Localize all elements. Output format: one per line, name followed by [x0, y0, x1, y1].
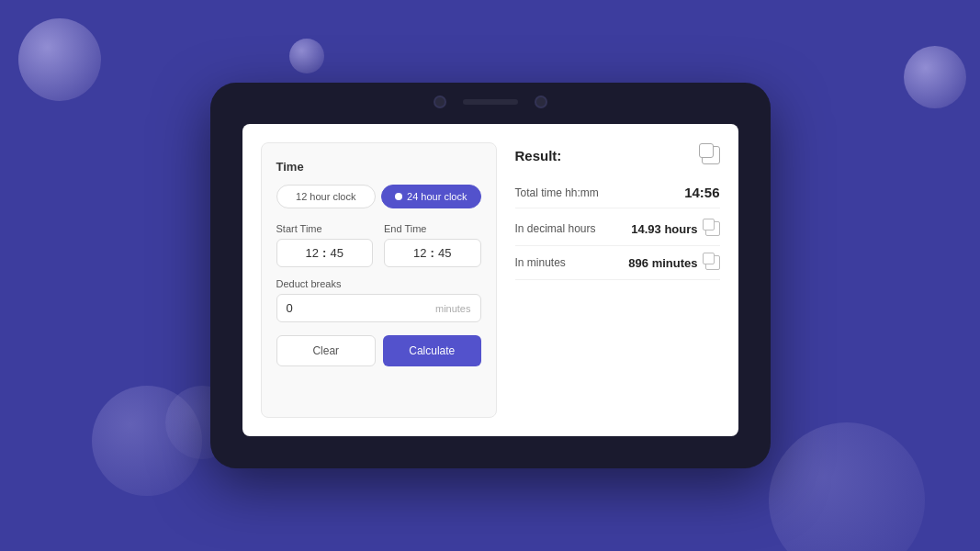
decimal-hours-value: 14.93 hours — [631, 222, 697, 236]
minutes-right: 896 minutes — [628, 255, 719, 270]
tablet-speaker — [463, 99, 518, 105]
tablet-camera-right — [535, 96, 547, 108]
start-time-group: Start Time 12 : 45 — [276, 223, 374, 267]
sphere-decoration-3 — [904, 46, 966, 108]
tablet-camera-left — [434, 96, 446, 108]
result-header: Result: — [515, 146, 720, 164]
copy-all-icon[interactable] — [702, 146, 720, 164]
clear-button[interactable]: Clear — [276, 335, 377, 366]
end-time-label: End Time — [384, 223, 481, 234]
left-panel: Time 12 hour clock 24 hour clock Start T… — [261, 142, 497, 418]
end-hours: 12 — [413, 246, 426, 260]
deduct-unit: minutes — [435, 303, 471, 314]
panel-title: Time — [276, 160, 481, 174]
sphere-decoration-6 — [769, 422, 925, 551]
copy-decimal-icon[interactable] — [705, 221, 720, 236]
result-total-row: Total time hh:mm 14:56 — [515, 177, 720, 208]
24-hour-clock-button[interactable]: 24 hour clock — [381, 185, 481, 208]
end-time-input[interactable]: 12 : 45 — [384, 239, 481, 267]
end-time-group: End Time 12 : 45 — [384, 223, 481, 267]
minutes-row: In minutes 896 minutes — [515, 246, 720, 280]
sphere-decoration-1 — [18, 18, 101, 101]
sphere-decoration-2 — [289, 39, 324, 73]
start-time-label: Start Time — [276, 223, 374, 234]
total-time-label: Total time hh:mm — [515, 186, 599, 199]
calculate-button[interactable]: Calculate — [383, 335, 481, 366]
action-buttons: Clear Calculate — [276, 335, 481, 366]
deduct-value: 0 — [287, 301, 293, 315]
toggle-dot-icon — [395, 193, 402, 200]
decimal-hours-right: 14.93 hours — [631, 221, 719, 236]
total-time-value: 14:56 — [684, 185, 719, 200]
tablet-screen: Time 12 hour clock 24 hour clock Start T… — [242, 124, 738, 436]
result-title: Result: — [515, 148, 562, 163]
tablet-camera-area — [434, 96, 547, 108]
minutes-label: In minutes — [515, 256, 566, 269]
time-row: Start Time 12 : 45 End Time 12 : 45 — [276, 223, 481, 267]
tablet: Time 12 hour clock 24 hour clock Start T… — [210, 83, 771, 468]
end-time-separator: : — [431, 246, 434, 260]
start-minutes: 45 — [330, 246, 343, 260]
right-panel: Result: Total time hh:mm 14:56 In decima… — [512, 142, 720, 418]
deduct-breaks-label: Deduct breaks — [276, 278, 481, 289]
minutes-value: 896 minutes — [628, 256, 697, 270]
start-hours: 12 — [306, 246, 319, 260]
copy-minutes-icon[interactable] — [705, 255, 720, 270]
decimal-hours-label: In decimal hours — [515, 222, 596, 235]
end-minutes: 45 — [438, 246, 451, 260]
12-hour-clock-button[interactable]: 12 hour clock — [276, 185, 377, 208]
deduct-breaks-input[interactable]: 0 minutes — [276, 294, 481, 322]
start-time-separator: : — [322, 246, 326, 260]
start-time-input[interactable]: 12 : 45 — [276, 239, 374, 267]
decimal-hours-row: In decimal hours 14.93 hours — [515, 212, 720, 246]
clock-toggle: 12 hour clock 24 hour clock — [276, 185, 481, 208]
